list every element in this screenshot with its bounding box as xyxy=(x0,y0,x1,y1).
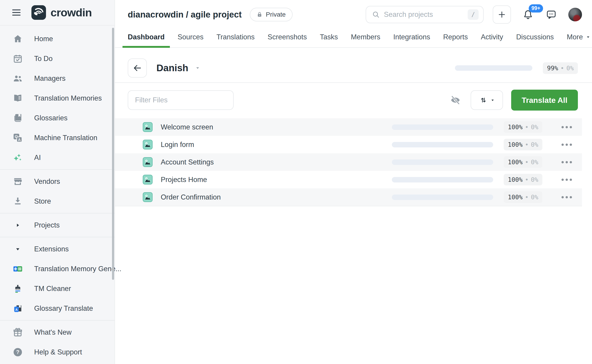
file-context-menu-button[interactable] xyxy=(557,196,577,198)
chevron-down-icon xyxy=(491,98,495,102)
search-input[interactable] xyxy=(384,10,464,19)
sidebar-item-help-support[interactable]: ? Help & Support xyxy=(0,342,114,362)
dot-separator: • xyxy=(525,141,528,148)
sidebar-item-label: Machine Translation xyxy=(34,134,97,142)
translate-all-button[interactable]: Translate All xyxy=(511,90,578,110)
tab-activity[interactable]: Activity xyxy=(481,27,503,47)
sidebar-divider xyxy=(0,320,114,321)
sidebar-item-ai[interactable]: AI xyxy=(0,148,114,168)
user-avatar[interactable] xyxy=(568,8,582,21)
sidebar-item-label: What's New xyxy=(34,328,72,337)
approved-percent: 0% xyxy=(531,159,538,166)
image-file-icon xyxy=(143,140,153,150)
tab-label: Screenshots xyxy=(267,33,307,41)
sidebar-item-store[interactable]: Store xyxy=(0,191,114,211)
search-box: / xyxy=(366,6,484,23)
todo-calendar-icon xyxy=(12,53,23,64)
managers-people-icon xyxy=(12,73,23,84)
sidebar-divider xyxy=(0,169,114,170)
file-name[interactable]: Order Confirmation xyxy=(161,193,221,201)
private-badge[interactable]: Private xyxy=(250,8,292,21)
language-progress-bar xyxy=(455,65,532,71)
file-name[interactable]: Login form xyxy=(161,141,194,149)
hide-completed-toggle[interactable] xyxy=(450,95,461,105)
sidebar-item-extensions[interactable]: Extensions xyxy=(0,239,114,259)
file-list: Welcome screen 100% • 0% Login form xyxy=(115,118,582,206)
tab-discussions[interactable]: Discussions xyxy=(516,27,554,47)
sidebar-item-label: Translation Memories xyxy=(34,94,102,102)
notifications-button[interactable]: 99+ xyxy=(523,9,533,20)
store-download-icon xyxy=(12,196,23,207)
file-row: Projects Home 100% • 0% xyxy=(115,171,582,188)
sort-arrows-icon xyxy=(479,96,487,104)
language-dropdown-caret-icon[interactable] xyxy=(195,65,200,71)
sidebar-item-label: Store xyxy=(34,197,51,205)
tab-members[interactable]: Members xyxy=(351,27,380,47)
hamburger-menu-icon[interactable] xyxy=(10,6,22,19)
translated-percent: 100% xyxy=(508,159,523,166)
file-name[interactable]: Projects Home xyxy=(161,176,207,184)
file-name[interactable]: Account Settings xyxy=(161,158,214,166)
sidebar-item-translation-memories[interactable]: Translation Memories xyxy=(0,88,114,108)
sidebar-scrollbar[interactable] xyxy=(112,28,114,280)
sort-button[interactable] xyxy=(471,90,503,110)
private-badge-label: Private xyxy=(266,11,286,18)
open-book-icon xyxy=(12,93,23,104)
sidebar-item-label: AI xyxy=(34,154,41,162)
help-circle-icon: ? xyxy=(12,347,23,358)
file-progress-badge: 100% • 0% xyxy=(504,174,542,185)
sidebar-item-todo[interactable]: To Do xyxy=(0,49,114,68)
sidebar-item-home[interactable]: Home xyxy=(0,29,114,49)
arrow-left-icon xyxy=(133,63,142,73)
file-name[interactable]: Welcome screen xyxy=(161,123,213,131)
file-progress-bar xyxy=(392,195,493,200)
tab-dashboard[interactable]: Dashboard xyxy=(128,27,165,47)
image-file-icon xyxy=(143,122,153,132)
sidebar-divider xyxy=(0,237,114,237)
translated-percent: 100% xyxy=(508,141,523,148)
tab-integrations[interactable]: Integrations xyxy=(393,27,430,47)
approved-percent: 0% xyxy=(531,124,538,130)
crowdin-logo[interactable]: crowdin xyxy=(31,5,92,20)
file-context-menu-button[interactable] xyxy=(557,161,577,163)
tab-reports[interactable]: Reports xyxy=(443,27,468,47)
tab-screenshots[interactable]: Screenshots xyxy=(267,27,307,47)
sidebar-item-translation-memory-generator[interactable]: Translation Memory Gene... xyxy=(0,259,114,279)
svg-text:A: A xyxy=(15,308,18,311)
sidebar-item-whats-new[interactable]: What's New xyxy=(0,322,114,342)
sidebar-divider xyxy=(0,213,114,213)
filter-files-input[interactable] xyxy=(128,90,234,110)
machine-translation-icon: GA xyxy=(12,132,23,143)
sidebar-item-tm-cleaner[interactable]: TM Cleaner xyxy=(0,279,114,299)
create-project-button[interactable] xyxy=(493,6,511,24)
sidebar-item-label: Glossary Translate xyxy=(34,304,93,312)
sidebar-item-glossary-translate[interactable]: A Glossary Translate xyxy=(0,299,114,318)
crowdin-logo-icon xyxy=(31,5,46,20)
tab-label: Members xyxy=(351,33,380,41)
messages-button[interactable] xyxy=(546,9,557,20)
sidebar-item-projects[interactable]: Projects xyxy=(0,215,114,235)
gift-icon xyxy=(12,327,23,338)
tm-generator-icon xyxy=(12,263,23,274)
sidebar-item-machine-translation[interactable]: GA Machine Translation xyxy=(0,128,114,148)
back-button[interactable] xyxy=(128,58,147,78)
ai-sparkles-icon xyxy=(12,152,23,163)
tab-label: Discussions xyxy=(516,33,554,41)
tab-tasks[interactable]: Tasks xyxy=(320,27,338,47)
file-progress-badge: 100% • 0% xyxy=(504,191,542,203)
sidebar-item-managers[interactable]: Managers xyxy=(0,68,114,88)
tab-sources[interactable]: Sources xyxy=(178,27,204,47)
file-progress-bar xyxy=(392,177,493,182)
tab-more[interactable]: More xyxy=(567,27,590,47)
sidebar-item-vendors[interactable]: Vendors xyxy=(0,172,114,191)
file-context-menu-button[interactable] xyxy=(557,179,577,181)
file-context-menu-button[interactable] xyxy=(557,126,577,128)
file-progress-bar xyxy=(392,124,493,130)
tab-translations[interactable]: Translations xyxy=(217,27,255,47)
translated-percent: 99% xyxy=(547,65,558,72)
file-context-menu-button[interactable] xyxy=(557,143,577,146)
plus-icon xyxy=(498,10,506,19)
file-progress-badge: 100% • 0% xyxy=(504,156,542,168)
dot-separator: • xyxy=(525,176,528,183)
sidebar-item-glossaries[interactable]: Glossaries xyxy=(0,108,114,128)
